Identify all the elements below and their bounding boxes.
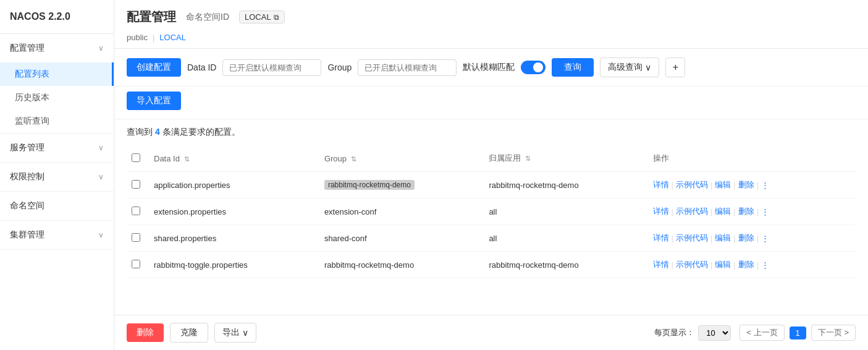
sort-app-icon[interactable]: ⇅ <box>525 155 531 162</box>
page-title: 配置管理 <box>127 9 176 25</box>
fuzzy-toggle[interactable] <box>521 61 546 74</box>
action-详情[interactable]: 详情 <box>653 179 669 190</box>
action-more-icon[interactable]: ⋮ <box>761 181 769 190</box>
action-separator-more: | <box>757 207 759 216</box>
clone-button[interactable]: 克隆 <box>170 323 208 343</box>
sidebar-section-cluster-header[interactable]: 集群管理 ∨ <box>0 221 114 249</box>
action-separator-more: | <box>757 181 759 190</box>
breadcrumb: public | LOCAL <box>127 33 856 48</box>
select-all-checkbox[interactable] <box>132 153 140 162</box>
th-actions: 操作 <box>648 145 856 172</box>
action-separator: | <box>672 181 673 190</box>
action-示例代码[interactable]: 示例代码 <box>676 206 708 217</box>
action-separator-more: | <box>757 234 759 243</box>
action-详情[interactable]: 详情 <box>653 233 669 244</box>
sidebar-section-auth: 权限控制 ∨ <box>0 163 114 192</box>
action-示例代码[interactable]: 示例代码 <box>676 259 708 270</box>
action-示例代码[interactable]: 示例代码 <box>676 179 708 190</box>
action-more-icon[interactable]: ⋮ <box>761 260 769 270</box>
external-link-icon[interactable]: ⧉ <box>274 13 279 22</box>
action-详情[interactable]: 详情 <box>653 259 669 270</box>
row-app: rabbitmq-rocketmq-demo <box>484 172 647 198</box>
sidebar-section-cluster: 集群管理 ∨ <box>0 221 114 250</box>
sidebar-item-history[interactable]: 历史版本 <box>0 86 114 109</box>
row-checkbox-cell <box>127 225 149 252</box>
namespace-value: LOCAL ⧉ <box>239 11 285 23</box>
breadcrumb-separator: | <box>153 33 154 42</box>
action-separator: | <box>672 207 673 216</box>
row-app: all <box>484 198 647 225</box>
group-input[interactable] <box>358 59 457 76</box>
row-data-id: rabbitmq-toggle.properties <box>149 252 319 278</box>
config-table: Data Id ⇅ Group ⇅ 归属应用 ⇅ 操作 application.… <box>127 145 856 278</box>
sidebar-section-service: 服务管理 ∨ <box>0 134 114 163</box>
row-app: rabbitmq-rocketmq-demo <box>484 252 647 278</box>
breadcrumb-public: public <box>127 33 148 42</box>
action-示例代码[interactable]: 示例代码 <box>676 233 708 244</box>
pagination: 每页显示： 10 20 50 < 上一页 1 下一页 > <box>654 325 856 341</box>
namespace-label: 命名空间ID <box>186 12 229 23</box>
chevron-down-icon-5: ∨ <box>645 62 651 72</box>
import-config-button[interactable]: 导入配置 <box>127 92 181 110</box>
row-checkbox-2[interactable] <box>132 233 140 242</box>
table-row: application.propertiesrabbitmq-rocketmq-… <box>127 172 856 198</box>
sidebar-section-config-header[interactable]: 配置管理 ∨ <box>0 34 114 62</box>
fuzzy-toggle-wrap <box>521 61 546 74</box>
row-group: extension-conf <box>319 198 484 225</box>
action-编辑[interactable]: 编辑 <box>715 206 731 217</box>
action-links-wrap: 详情|示例代码|编辑|删除|⋮ <box>653 179 851 190</box>
sidebar-section-namespace-header[interactable]: 命名空间 <box>0 192 114 220</box>
page-size-select[interactable]: 10 20 50 <box>698 325 731 341</box>
prev-page-button[interactable]: < 上一页 <box>739 325 784 341</box>
sidebar-item-monitor[interactable]: 监听查询 <box>0 109 114 133</box>
advanced-query-button[interactable]: 高级查询 ∨ <box>600 58 659 77</box>
action-详情[interactable]: 详情 <box>653 206 669 217</box>
delete-button[interactable]: 删除 <box>127 323 164 342</box>
group-tag: rabbitmq-rocketmq-demo <box>324 180 415 190</box>
row-checkbox-1[interactable] <box>132 207 140 215</box>
row-actions: 详情|示例代码|编辑|删除|⋮ <box>648 172 856 198</box>
chevron-left-icon: < <box>746 328 751 337</box>
export-button[interactable]: 导出 ∨ <box>214 323 256 343</box>
action-删除[interactable]: 删除 <box>738 179 754 190</box>
action-separator: | <box>710 260 712 270</box>
action-separator: | <box>710 207 712 216</box>
sidebar-section-namespace-label: 命名空间 <box>10 200 44 211</box>
table-row: shared.propertiesshared-confall详情|示例代码|编… <box>127 225 856 252</box>
row-checkbox-0[interactable] <box>132 180 140 189</box>
action-separator: | <box>710 181 712 190</box>
action-编辑[interactable]: 编辑 <box>715 259 731 270</box>
action-links-wrap: 详情|示例代码|编辑|删除|⋮ <box>653 233 851 244</box>
dataid-input[interactable] <box>222 59 321 76</box>
toggle-slider <box>521 61 546 74</box>
action-删除[interactable]: 删除 <box>738 259 754 270</box>
chevron-down-icon-3: ∨ <box>98 173 104 181</box>
header-title-row: 配置管理 命名空间ID LOCAL ⧉ <box>127 9 856 25</box>
row-checkbox-cell <box>127 198 149 225</box>
sidebar-section-config: 配置管理 ∨ 配置列表 历史版本 监听查询 <box>0 34 114 134</box>
sidebar-section-auth-header[interactable]: 权限控制 ∨ <box>0 163 114 191</box>
sort-dataid-icon[interactable]: ⇅ <box>184 155 190 163</box>
row-actions: 详情|示例代码|编辑|删除|⋮ <box>648 225 856 252</box>
action-删除[interactable]: 删除 <box>738 233 754 244</box>
row-checkbox-3[interactable] <box>132 260 140 268</box>
chevron-down-icon-6: ∨ <box>242 328 248 338</box>
bottom-bar: 删除 克隆 导出 ∨ 每页显示： 10 20 50 < 上一页 1 <box>114 315 868 350</box>
action-more-icon[interactable]: ⋮ <box>761 207 769 216</box>
sidebar-section-service-header[interactable]: 服务管理 ∨ <box>0 134 114 162</box>
table-header: Data Id ⇅ Group ⇅ 归属应用 ⇅ 操作 <box>127 145 856 172</box>
action-more-icon[interactable]: ⋮ <box>761 234 769 243</box>
row-data-id: shared.properties <box>149 225 319 252</box>
action-separator: | <box>733 260 735 270</box>
plus-button[interactable]: + <box>665 58 685 77</box>
next-page-button[interactable]: 下一页 > <box>811 325 856 341</box>
action-删除[interactable]: 删除 <box>738 206 754 217</box>
action-编辑[interactable]: 编辑 <box>715 179 731 190</box>
create-config-button[interactable]: 创建配置 <box>127 58 181 77</box>
query-button[interactable]: 查询 <box>552 58 594 77</box>
sidebar-item-config-list[interactable]: 配置列表 <box>0 62 114 86</box>
action-编辑[interactable]: 编辑 <box>715 233 731 244</box>
sort-group-icon[interactable]: ⇅ <box>351 155 356 163</box>
page-size-wrap: 每页显示： 10 20 50 <box>654 325 735 341</box>
current-page-button[interactable]: 1 <box>790 327 806 339</box>
